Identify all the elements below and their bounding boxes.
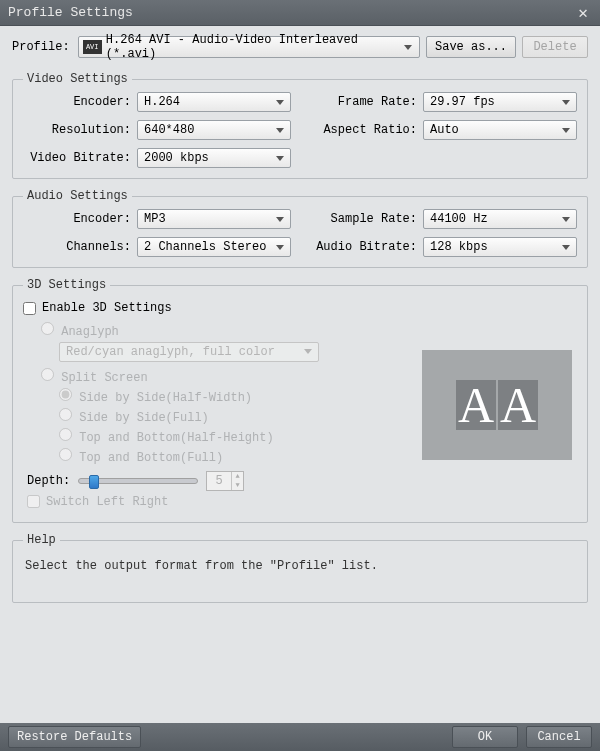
spinner-down-icon: ▼ — [232, 481, 243, 490]
resolution-label: Resolution: — [23, 123, 131, 137]
video-bitrate-label: Video Bitrate: — [23, 151, 131, 165]
video-encoder-select[interactable]: H.264 — [137, 92, 291, 112]
tab-half-input — [59, 428, 72, 441]
resolution-value: 640*480 — [144, 123, 194, 137]
3d-settings-group: 3D Settings Enable 3D Settings Anaglyph … — [12, 278, 588, 523]
tab-full-input — [59, 448, 72, 461]
chevron-down-icon — [562, 100, 570, 105]
cancel-button[interactable]: Cancel — [526, 726, 592, 748]
chevron-down-icon — [304, 349, 312, 354]
enable-3d-input[interactable] — [23, 302, 36, 315]
close-icon[interactable]: ✕ — [574, 3, 592, 23]
aspect-ratio-value: Auto — [430, 123, 459, 137]
window-title: Profile Settings — [8, 5, 133, 20]
depth-slider — [78, 478, 198, 484]
depth-value: 5 — [207, 472, 231, 490]
chevron-down-icon — [562, 128, 570, 133]
switch-lr-checkbox: Switch Left Right — [27, 495, 168, 509]
audio-legend: Audio Settings — [23, 189, 132, 203]
sbs-half-radio: Side by Side(Half-Width) — [59, 388, 417, 405]
preview-left: A — [456, 380, 496, 430]
switch-lr-label: Switch Left Right — [46, 495, 168, 509]
profile-label: Profile: — [12, 40, 70, 54]
enable-3d-label: Enable 3D Settings — [42, 301, 172, 315]
sbs-full-radio: Side by Side(Full) — [59, 408, 417, 425]
chevron-down-icon — [276, 245, 284, 250]
audio-bitrate-value: 128 kbps — [430, 240, 488, 254]
profile-value: H.264 AVI - Audio-Video Interleaved (*.a… — [106, 33, 404, 61]
frame-rate-value: 29.97 fps — [430, 95, 495, 109]
video-settings-group: Video Settings Encoder: H.264 Frame Rate… — [12, 72, 588, 179]
aspect-ratio-label: Aspect Ratio: — [309, 123, 417, 137]
split-screen-label: Split Screen — [61, 371, 147, 385]
help-text: Select the output format from the "Profi… — [25, 559, 575, 573]
audio-encoder-label: Encoder: — [23, 212, 131, 226]
sample-rate-label: Sample Rate: — [309, 212, 417, 226]
title-bar: Profile Settings ✕ — [0, 0, 600, 26]
profile-row: Profile: AVI H.264 AVI - Audio-Video Int… — [12, 36, 588, 58]
ok-button[interactable]: OK — [452, 726, 518, 748]
3d-legend: 3D Settings — [23, 278, 110, 292]
save-as-button[interactable]: Save as... — [426, 36, 516, 58]
frame-rate-select[interactable]: 29.97 fps — [423, 92, 577, 112]
video-encoder-value: H.264 — [144, 95, 180, 109]
anaglyph-radio: Anaglyph — [41, 322, 417, 339]
audio-bitrate-label: Audio Bitrate: — [309, 240, 417, 254]
audio-encoder-value: MP3 — [144, 212, 166, 226]
enable-3d-checkbox[interactable]: Enable 3D Settings — [23, 301, 172, 315]
channels-label: Channels: — [23, 240, 131, 254]
audio-bitrate-select[interactable]: 128 kbps — [423, 237, 577, 257]
depth-spinner: 5 ▲▼ — [206, 471, 244, 491]
sample-rate-value: 44100 Hz — [430, 212, 488, 226]
audio-encoder-select[interactable]: MP3 — [137, 209, 291, 229]
video-legend: Video Settings — [23, 72, 132, 86]
resolution-select[interactable]: 640*480 — [137, 120, 291, 140]
sbs-half-input — [59, 388, 72, 401]
sbs-half-label: Side by Side(Half-Width) — [79, 391, 252, 405]
anaglyph-mode-select: Red/cyan anaglyph, full color — [59, 342, 319, 362]
slider-thumb — [89, 475, 99, 489]
sbs-full-input — [59, 408, 72, 421]
split-screen-radio: Split Screen — [41, 368, 417, 385]
chevron-down-icon — [276, 217, 284, 222]
delete-button: Delete — [522, 36, 588, 58]
video-bitrate-value: 2000 kbps — [144, 151, 209, 165]
avi-icon: AVI — [83, 40, 102, 54]
video-bitrate-select[interactable]: 2000 kbps — [137, 148, 291, 168]
switch-lr-input — [27, 495, 40, 508]
chevron-down-icon — [276, 156, 284, 161]
anaglyph-label: Anaglyph — [61, 325, 119, 339]
3d-preview: A A — [422, 350, 572, 460]
split-screen-input — [41, 368, 54, 381]
preview-right: A — [498, 380, 538, 430]
anaglyph-mode-value: Red/cyan anaglyph, full color — [66, 345, 275, 359]
help-legend: Help — [23, 533, 60, 547]
chevron-down-icon — [562, 217, 570, 222]
tab-half-label: Top and Bottom(Half-Height) — [79, 431, 273, 445]
anaglyph-input — [41, 322, 54, 335]
spinner-up-icon: ▲ — [232, 472, 243, 481]
content-area: Profile: AVI H.264 AVI - Audio-Video Int… — [0, 26, 600, 723]
chevron-down-icon — [404, 45, 412, 50]
aspect-ratio-select[interactable]: Auto — [423, 120, 577, 140]
channels-value: 2 Channels Stereo — [144, 240, 266, 254]
tab-full-label: Top and Bottom(Full) — [79, 451, 223, 465]
depth-label: Depth: — [27, 474, 70, 488]
sample-rate-select[interactable]: 44100 Hz — [423, 209, 577, 229]
chevron-down-icon — [276, 100, 284, 105]
video-encoder-label: Encoder: — [23, 95, 131, 109]
chevron-down-icon — [562, 245, 570, 250]
sbs-full-label: Side by Side(Full) — [79, 411, 209, 425]
footer-bar: Restore Defaults OK Cancel — [0, 723, 600, 751]
restore-defaults-button[interactable]: Restore Defaults — [8, 726, 141, 748]
frame-rate-label: Frame Rate: — [309, 95, 417, 109]
chevron-down-icon — [276, 128, 284, 133]
channels-select[interactable]: 2 Channels Stereo — [137, 237, 291, 257]
tab-full-radio: Top and Bottom(Full) — [59, 448, 417, 465]
help-group: Help Select the output format from the "… — [12, 533, 588, 603]
tab-half-radio: Top and Bottom(Half-Height) — [59, 428, 417, 445]
profile-select[interactable]: AVI H.264 AVI - Audio-Video Interleaved … — [78, 36, 420, 58]
audio-settings-group: Audio Settings Encoder: MP3 Sample Rate:… — [12, 189, 588, 268]
